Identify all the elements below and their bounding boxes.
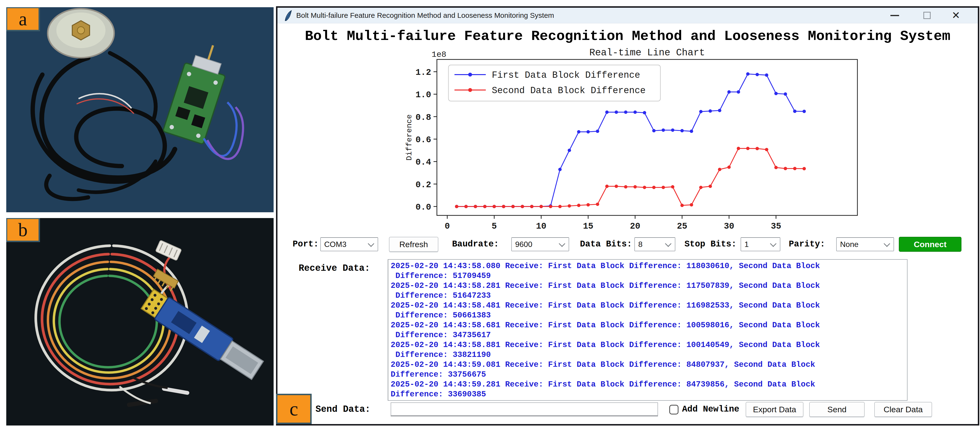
- send-data-label: Send Data:: [315, 402, 371, 417]
- databits-label: Data Bits:: [580, 237, 632, 252]
- svg-text:0.2: 0.2: [415, 180, 431, 190]
- app-window: Bolt Multi-failure Feature Recognition M…: [276, 6, 979, 426]
- close-icon: ✕: [951, 8, 960, 23]
- port-label: Port:: [293, 237, 319, 252]
- receive-log-line: Difference: 34735617: [391, 330, 907, 340]
- parity-select[interactable]: None: [836, 237, 894, 251]
- add-newline-label: Add Newline: [682, 402, 740, 417]
- photo-a-illustration: [6, 7, 274, 212]
- svg-text:30: 30: [724, 221, 734, 231]
- svg-text:1.0: 1.0: [415, 90, 431, 100]
- svg-text:20: 20: [630, 221, 640, 231]
- receive-data-textarea[interactable]: 2025-02-20 14:43:58.080 Receive: First D…: [388, 259, 907, 401]
- photo-b-illustration: [6, 218, 274, 426]
- close-button[interactable]: ✕: [948, 8, 964, 23]
- svg-text:35: 35: [771, 221, 781, 231]
- parity-label: Parity:: [789, 237, 825, 252]
- send-button[interactable]: Send: [809, 402, 865, 417]
- connect-button[interactable]: Connect: [899, 237, 961, 252]
- svg-text:15: 15: [583, 221, 593, 231]
- title-bar: Bolt Multi-failure Feature Recognition M…: [277, 8, 978, 23]
- export-data-button[interactable]: Export Data: [746, 402, 803, 417]
- refresh-button[interactable]: Refresh: [389, 237, 438, 252]
- svg-text:First Data Block Difference: First Data Block Difference: [492, 70, 640, 80]
- receive-data-label: Receive Data:: [299, 261, 370, 276]
- svg-text:0.0: 0.0: [415, 202, 431, 212]
- photo-b-usb-adapter-wires: b: [6, 218, 274, 426]
- app-feather-icon: [283, 10, 293, 21]
- svg-text:Second Data Block Difference: Second Data Block Difference: [492, 86, 646, 96]
- subfigure-label-a: a: [6, 7, 40, 31]
- minimize-button[interactable]: [886, 8, 903, 23]
- subfigure-label-c: c: [276, 394, 312, 424]
- svg-text:1.2: 1.2: [415, 68, 431, 78]
- add-newline-checkbox[interactable]: [669, 405, 678, 415]
- receive-log-line: 2025-02-20 14:43:59.081 Receive: First D…: [391, 360, 907, 370]
- maximize-icon: [923, 12, 931, 19]
- receive-log-line: Difference: 51647233: [391, 291, 907, 300]
- svg-text:0.6: 0.6: [415, 135, 431, 145]
- window-title: Bolt Multi-failure Feature Recognition M…: [296, 8, 554, 23]
- databits-value: 8: [635, 240, 666, 249]
- realtime-line-chart: Real-time Line Chart1e8Difference0510152…: [391, 46, 870, 236]
- bolt-sensor-illustration: [48, 9, 114, 58]
- clear-data-button[interactable]: Clear Data: [874, 402, 932, 417]
- receive-log-line: 2025-02-20 14:43:58.080 Receive: First D…: [391, 261, 907, 271]
- svg-text:1e8: 1e8: [431, 50, 446, 59]
- receive-log-line: 2025-02-20 14:43:58.881 Receive: First D…: [391, 340, 907, 350]
- subfigure-label-b: b: [6, 218, 40, 242]
- figure-canvas: a: [0, 0, 980, 432]
- port-select[interactable]: COM3: [320, 237, 378, 251]
- stopbits-select[interactable]: 1: [741, 237, 780, 251]
- chevron-down-icon: [884, 240, 890, 247]
- receive-log-line: 2025-02-20 14:43:58.681 Receive: First D…: [391, 320, 907, 330]
- stopbits-label: Stop Bits:: [684, 237, 737, 252]
- receive-log-line: Difference: 33690385: [391, 389, 907, 399]
- baudrate-label: Baudrate:: [452, 237, 499, 252]
- svg-text:Difference: Difference: [405, 114, 414, 160]
- receive-log-line: 2025-02-20 14:43:59.281 Receive: First D…: [391, 380, 907, 389]
- page-title: Bolt Multi-failure Feature Recognition M…: [277, 29, 978, 44]
- svg-text:Real-time Line Chart: Real-time Line Chart: [589, 48, 705, 58]
- receive-log-line: 2025-02-20 14:43:58.481 Receive: First D…: [391, 300, 907, 310]
- databits-select[interactable]: 8: [635, 237, 675, 251]
- svg-text:0.4: 0.4: [415, 157, 431, 167]
- receive-log-line: Difference: 33821190: [391, 350, 907, 360]
- baudrate-select[interactable]: 9600: [511, 237, 569, 251]
- stopbits-value: 1: [741, 240, 771, 249]
- maximize-button[interactable]: [919, 8, 935, 23]
- svg-text:25: 25: [677, 221, 687, 231]
- port-value: COM3: [321, 240, 369, 249]
- chevron-down-icon: [368, 240, 374, 247]
- receive-log-line: Difference: 33756675: [391, 370, 907, 380]
- svg-text:0: 0: [445, 221, 450, 231]
- send-data-input[interactable]: [391, 402, 658, 416]
- receive-log-line: Difference: 51709459: [391, 271, 907, 281]
- photo-a-sensor-hardware: a: [6, 7, 274, 212]
- parity-value: None: [837, 240, 885, 249]
- baudrate-value: 9600: [512, 240, 560, 249]
- chevron-down-icon: [559, 240, 565, 247]
- receive-log-line: Difference: 50661383: [391, 310, 907, 320]
- svg-text:5: 5: [492, 221, 497, 231]
- svg-text:10: 10: [536, 221, 546, 231]
- minimize-icon: [890, 15, 899, 16]
- chevron-down-icon: [770, 240, 776, 247]
- receive-log-line: 2025-02-20 14:43:58.281 Receive: First D…: [391, 281, 907, 291]
- svg-text:0.8: 0.8: [415, 113, 431, 122]
- chevron-down-icon: [665, 240, 671, 247]
